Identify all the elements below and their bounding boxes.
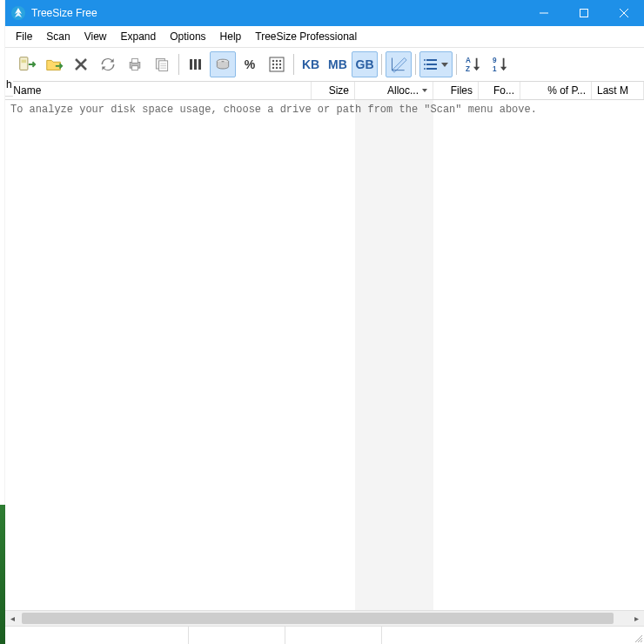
column-folders-label: Fo... bbox=[493, 84, 514, 97]
horizontal-scrollbar[interactable]: ◂ ▸ bbox=[5, 610, 644, 626]
column-size[interactable]: Size bbox=[312, 82, 355, 99]
svg-text:1: 1 bbox=[493, 65, 497, 73]
svg-point-23 bbox=[272, 60, 274, 62]
svg-point-31 bbox=[279, 67, 281, 69]
unit-gb-button[interactable]: GB bbox=[352, 51, 378, 77]
close-button[interactable] bbox=[604, 0, 644, 26]
svg-text:A: A bbox=[466, 57, 471, 64]
svg-line-48 bbox=[641, 641, 642, 642]
svg-rect-5 bbox=[20, 57, 28, 70]
column-name-label: Name bbox=[13, 84, 41, 97]
svg-rect-18 bbox=[194, 59, 197, 70]
select-drive-button[interactable] bbox=[14, 51, 40, 77]
list-options-button[interactable] bbox=[419, 51, 453, 77]
svg-rect-10 bbox=[132, 58, 138, 63]
svg-point-27 bbox=[276, 64, 278, 65]
sort-numeric-button[interactable]: 9 1 bbox=[487, 51, 513, 77]
column-allocated[interactable]: Alloc... bbox=[355, 82, 433, 99]
column-folders[interactable]: Fo... bbox=[479, 82, 520, 99]
toolbar-separator bbox=[381, 54, 382, 75]
status-cell-1 bbox=[5, 627, 189, 644]
svg-point-24 bbox=[276, 60, 278, 62]
scroll-right-arrow-icon[interactable]: ▸ bbox=[629, 611, 644, 626]
svg-text:9: 9 bbox=[493, 57, 497, 64]
column-files-label: Files bbox=[451, 84, 473, 97]
column-name[interactable]: Name bbox=[5, 82, 312, 99]
column-header-row: Name Size Alloc... Files Fo... % of P...… bbox=[5, 82, 644, 100]
svg-point-25 bbox=[279, 60, 281, 62]
column-allocated-label: Alloc... bbox=[387, 84, 419, 97]
svg-point-26 bbox=[272, 64, 274, 65]
allocated-column-shade bbox=[355, 100, 433, 610]
unit-kb-button[interactable]: KB bbox=[298, 51, 324, 77]
svg-point-21 bbox=[221, 61, 224, 62]
ruler-button[interactable] bbox=[386, 51, 412, 77]
minimize-button[interactable] bbox=[524, 0, 564, 26]
empty-hint-text: To analyze your disk space usage, choose… bbox=[10, 104, 537, 116]
bar-chart-button[interactable] bbox=[183, 51, 209, 77]
svg-rect-19 bbox=[198, 59, 201, 70]
status-cell-4 bbox=[382, 627, 632, 644]
svg-rect-11 bbox=[132, 66, 138, 70]
column-files[interactable]: Files bbox=[433, 82, 479, 99]
svg-point-38 bbox=[424, 64, 426, 65]
scroll-thumb[interactable] bbox=[22, 613, 614, 624]
grid-button[interactable] bbox=[264, 51, 290, 77]
status-bar bbox=[5, 626, 644, 644]
mb-label: MB bbox=[328, 57, 347, 71]
column-lastm-label: Last M bbox=[597, 84, 628, 97]
left-header-fragment: h bbox=[5, 78, 13, 97]
resize-grip-icon[interactable] bbox=[632, 627, 644, 644]
refresh-button[interactable] bbox=[95, 51, 121, 77]
menu-view[interactable]: View bbox=[77, 30, 114, 44]
svg-point-30 bbox=[276, 67, 278, 69]
kb-label: KB bbox=[302, 57, 319, 71]
title-bar[interactable]: TreeSize Free bbox=[5, 0, 644, 26]
column-pct-label: % of P... bbox=[547, 84, 586, 97]
maximize-button[interactable] bbox=[564, 0, 604, 26]
toolbar-separator bbox=[415, 54, 416, 75]
menu-options[interactable]: Options bbox=[163, 30, 212, 44]
svg-rect-2 bbox=[580, 10, 588, 17]
column-size-label: Size bbox=[329, 84, 349, 97]
percent-button[interactable]: % bbox=[237, 51, 263, 77]
toolbar-separator bbox=[293, 54, 294, 75]
column-last-modified[interactable]: Last M bbox=[592, 82, 644, 99]
toolbar-separator bbox=[456, 54, 457, 75]
app-window: TreeSize Free File Scan View Expand Opti… bbox=[5, 0, 644, 644]
menu-treesize-pro[interactable]: TreeSize Professional bbox=[248, 30, 364, 44]
remove-button[interactable] bbox=[68, 51, 94, 77]
select-folder-button[interactable] bbox=[41, 51, 67, 77]
toolbar-separator bbox=[178, 54, 179, 75]
svg-rect-17 bbox=[190, 59, 192, 70]
svg-text:Z: Z bbox=[466, 65, 470, 73]
svg-point-28 bbox=[279, 64, 281, 65]
menu-scan[interactable]: Scan bbox=[39, 30, 77, 44]
column-percent-of-parent[interactable]: % of P... bbox=[520, 82, 592, 99]
svg-rect-6 bbox=[22, 60, 26, 64]
disk-button[interactable] bbox=[210, 51, 236, 77]
menu-file[interactable]: File bbox=[9, 30, 39, 44]
svg-point-29 bbox=[272, 67, 274, 69]
copy-button[interactable] bbox=[149, 51, 175, 77]
menu-help[interactable]: Help bbox=[213, 30, 249, 44]
unit-mb-button[interactable]: MB bbox=[325, 51, 351, 77]
toolbar: % KB MB GB bbox=[5, 48, 644, 82]
print-button[interactable] bbox=[122, 51, 148, 77]
status-cell-3 bbox=[285, 627, 382, 644]
menu-expand[interactable]: Expand bbox=[114, 30, 164, 44]
scroll-left-arrow-icon[interactable]: ◂ bbox=[5, 611, 20, 626]
percent-icon: % bbox=[245, 57, 255, 71]
gb-label: GB bbox=[356, 57, 374, 71]
tree-grid-body[interactable]: To analyze your disk space usage, choose… bbox=[5, 100, 644, 610]
menu-bar: File Scan View Expand Options Help TreeS… bbox=[5, 26, 644, 48]
window-title: TreeSize Free bbox=[31, 7, 524, 19]
status-cell-2 bbox=[189, 627, 285, 644]
sort-alpha-button[interactable]: A Z bbox=[460, 51, 486, 77]
svg-point-39 bbox=[424, 68, 426, 70]
scroll-track[interactable] bbox=[20, 611, 629, 626]
app-icon bbox=[10, 5, 26, 21]
svg-point-37 bbox=[424, 59, 426, 61]
